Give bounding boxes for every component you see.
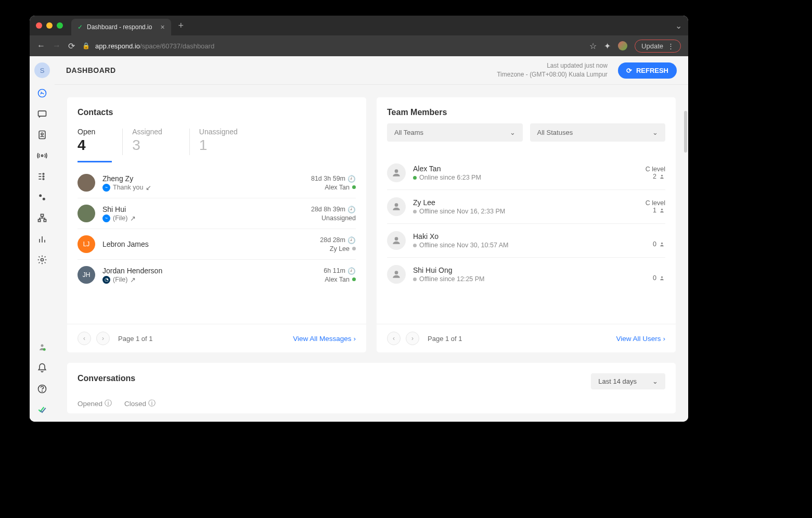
chevron-down-icon: ⌄	[652, 129, 658, 136]
svg-point-32	[661, 276, 663, 277]
contact-row[interactable]: JH Jordan Henderson ◔(File)↗ 6h 11m🕘 Ale…	[78, 260, 356, 290]
sidebar-item-dashboard[interactable]	[36, 87, 48, 99]
tab-open[interactable]: Open 4	[78, 123, 112, 162]
conversations-title: Conversations	[78, 374, 135, 383]
window-close[interactable]	[36, 22, 42, 29]
person-icon	[659, 241, 665, 248]
dashboard-grid: Contacts Open 4 Assigned 3 U	[55, 85, 688, 422]
contact-assignee: Alex Tan	[324, 276, 356, 283]
browser-update-button[interactable]: Update ⋮	[635, 40, 681, 53]
status-dot	[352, 185, 356, 189]
pager-next[interactable]: ›	[406, 332, 419, 345]
refresh-button[interactable]: ⟳ REFRESH	[618, 62, 677, 79]
tab-assigned[interactable]: Assigned 3	[132, 123, 179, 162]
contact-row[interactable]: Shi Hui ~(File)↗ 28d 8h 39m🕘 Unassigned	[78, 198, 356, 229]
update-label: Update	[641, 42, 663, 50]
url-bar[interactable]: 🔒 app.respond.io/space/60737/dashboard	[82, 42, 582, 50]
scrollbar[interactable]	[684, 111, 687, 153]
svg-point-4	[41, 133, 43, 135]
sidebar-item-notifications[interactable]	[36, 362, 48, 374]
member-row[interactable]: Shi Hui Ong Offline since 12:25 PM 0	[387, 258, 665, 291]
contact-name: Jordan Henderson	[102, 267, 324, 275]
member-avatar	[387, 197, 406, 216]
member-count: 0	[653, 241, 665, 248]
nav-back-icon[interactable]: ←	[37, 41, 45, 50]
view-all-users-link[interactable]: View All Users ›	[616, 335, 665, 343]
member-status: Offline since Nov 30, 10:57 AM	[413, 242, 653, 249]
contact-message: ~Thank you↙	[102, 184, 311, 192]
chevron-right-icon: ›	[663, 335, 666, 343]
nav-reload-icon[interactable]: ⟳	[68, 41, 75, 51]
member-level: C level	[646, 166, 665, 173]
contact-assignee: Alex Tan	[311, 184, 356, 191]
tabs-dropdown-icon[interactable]: ⌄	[675, 21, 682, 31]
pager-prev[interactable]: ‹	[387, 332, 401, 345]
new-tab-button[interactable]: +	[178, 20, 184, 31]
view-all-messages-link[interactable]: View All Messages ›	[293, 335, 356, 343]
url-host: app.respond.io	[95, 42, 140, 50]
window-minimize[interactable]	[46, 22, 53, 29]
nav-forward-icon[interactable]: →	[53, 41, 61, 50]
filter-status[interactable]: All Statuses ⌄	[530, 123, 666, 142]
window-maximize[interactable]	[57, 22, 63, 29]
sidebar-item-reports[interactable]	[36, 233, 48, 245]
sidebar-item-workflows[interactable]	[36, 171, 48, 182]
chevron-down-icon: ⌄	[510, 129, 515, 136]
sidebar-item-gear[interactable]	[36, 254, 48, 266]
contacts-card: Contacts Open 4 Assigned 3 U	[67, 97, 366, 352]
team-footer: ‹ › Page 1 of 1 View All Users ›	[377, 324, 676, 352]
person-icon	[659, 275, 665, 282]
contact-row[interactable]: LJ Lebron James 28d 28m🕘 Zy Lee	[78, 229, 356, 260]
svg-point-24	[42, 391, 43, 391]
member-row[interactable]: Alex Tan Online since 6:23 PM C level 2	[387, 156, 665, 190]
refresh-label: REFRESH	[636, 67, 668, 74]
pager-prev[interactable]: ‹	[78, 332, 91, 345]
member-row[interactable]: Zy Lee Offline since Nov 16, 2:33 PM C l…	[387, 190, 665, 224]
sidebar-item-settings[interactable]	[36, 192, 48, 203]
team-filters: All Teams ⌄ All Statuses ⌄	[377, 123, 676, 147]
filter-team[interactable]: All Teams ⌄	[387, 123, 523, 142]
header-meta: Last updated just now Timezone - (GMT+08…	[497, 61, 608, 79]
svg-rect-2	[38, 111, 46, 116]
sidebar-item-messages[interactable]	[36, 108, 48, 120]
messenger-icon: ~	[102, 214, 110, 222]
svg-rect-15	[38, 220, 41, 222]
status-dot	[352, 277, 356, 281]
sidebar-item-help[interactable]	[36, 383, 48, 395]
extensions-icon[interactable]: ✦	[604, 41, 611, 51]
bookmark-icon[interactable]: ☆	[589, 41, 597, 51]
conv-tab-opened[interactable]: Opened ⓘ	[78, 399, 112, 408]
tab-title: Dashboard - respond.io	[87, 23, 152, 31]
contact-time: 28d 8h 39m🕘	[311, 206, 356, 213]
svg-point-5	[41, 155, 43, 156]
sidebar-item-contacts[interactable]	[36, 129, 48, 141]
refresh-icon: ⟳	[626, 67, 632, 74]
member-row[interactable]: Haki Xo Offline since Nov 30, 10:57 AM 0	[387, 224, 665, 258]
lock-icon: 🔒	[82, 42, 90, 49]
sidebar-item-org[interactable]	[36, 212, 48, 224]
member-avatar	[387, 163, 406, 182]
chevron-down-icon: ⌄	[652, 377, 658, 385]
pager-next[interactable]: ›	[96, 332, 110, 345]
close-tab-icon[interactable]: ×	[160, 23, 164, 31]
profile-avatar[interactable]	[618, 41, 627, 50]
browser-window: ✓ Dashboard - respond.io × + ⌄ ← → ⟳ 🔒 a…	[30, 16, 688, 422]
date-filter[interactable]: Last 14 days ⌄	[591, 373, 665, 389]
contact-avatar: LJ	[78, 235, 95, 253]
sidebar-item-broadcast[interactable]	[36, 150, 48, 161]
person-icon	[659, 207, 665, 214]
member-status: Offline since 12:25 PM	[413, 275, 653, 283]
workspace-avatar[interactable]: S	[34, 62, 50, 78]
sidebar-item-brand[interactable]	[36, 404, 48, 415]
svg-point-11	[43, 179, 44, 180]
app-header: DASHBOARD Last updated just now Timezone…	[55, 56, 688, 85]
member-count: 2	[646, 173, 665, 180]
member-count: 0	[653, 274, 665, 282]
tab-unassigned[interactable]: Unassigned 1	[199, 123, 254, 162]
contact-row[interactable]: Zheng Zy ~Thank you↙ 81d 3h 59m🕘 Alex Ta…	[78, 168, 356, 198]
line-icon: ◔	[102, 276, 110, 284]
conv-tab-closed[interactable]: Closed ⓘ	[124, 399, 156, 408]
sidebar-item-presence[interactable]	[36, 342, 48, 353]
browser-tab[interactable]: ✓ Dashboard - respond.io ×	[71, 19, 171, 35]
svg-point-9	[43, 173, 44, 175]
